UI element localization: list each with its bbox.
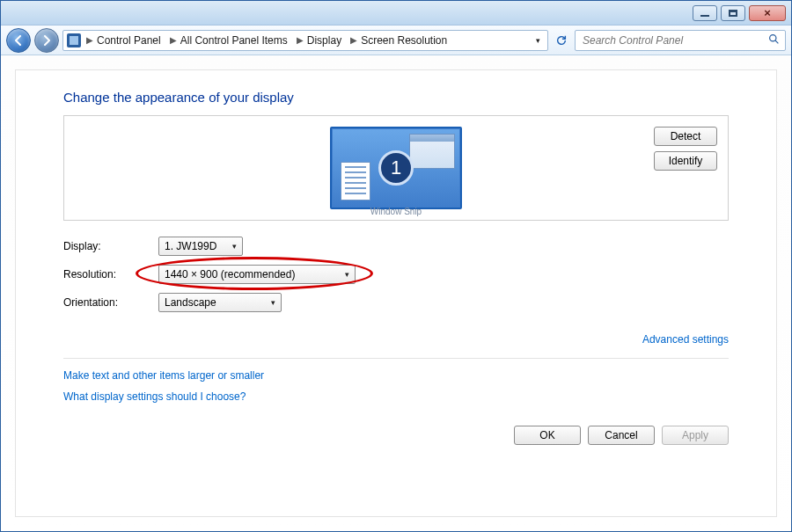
resolution-combo-value: 1440 × 900 (recommended) (165, 268, 295, 281)
breadcrumb-label: Display (307, 34, 341, 47)
apply-button[interactable]: Apply (662, 426, 729, 445)
window-close-button[interactable]: × (749, 5, 786, 21)
titlebar: × (1, 1, 791, 26)
dialog-buttons: OK Cancel Apply (63, 426, 729, 445)
breadcrumb-label: All Control Panel Items (180, 34, 288, 47)
chevron-right-icon: ▶ (297, 35, 304, 45)
identify-button[interactable]: Identify (654, 151, 717, 171)
address-history-dropdown[interactable]: ▾ (536, 36, 540, 45)
advanced-settings-link[interactable]: Advanced settings (642, 333, 729, 346)
chevron-right-icon: ▶ (86, 35, 93, 45)
svg-point-0 (770, 34, 776, 40)
ok-button[interactable]: OK (514, 426, 581, 445)
page-title: Change the appearance of your display (63, 90, 729, 105)
chevron-right-icon: ▶ (170, 35, 177, 45)
svg-line-1 (775, 40, 778, 43)
cancel-button[interactable]: Cancel (588, 426, 655, 445)
resolution-combo[interactable]: 1440 × 900 (recommended) ▾ (158, 265, 356, 284)
monitor-number-badge: 1 (378, 150, 414, 186)
breadcrumb-label: Screen Resolution (361, 34, 447, 47)
breadcrumb[interactable]: ▶ Screen Resolution (347, 34, 451, 47)
back-button[interactable] (6, 28, 31, 53)
watermark-text: Window Snip (370, 207, 422, 216)
control-panel-icon (67, 33, 81, 47)
resolution-label: Resolution: (63, 268, 148, 281)
orientation-combo[interactable]: Landscape ▾ (158, 293, 282, 312)
detect-button[interactable]: Detect (654, 127, 717, 146)
search-input[interactable] (581, 33, 768, 47)
breadcrumb[interactable]: ▶ Display (293, 34, 345, 47)
chevron-down-icon: ▾ (232, 242, 237, 251)
chevron-down-icon: ▾ (271, 298, 275, 307)
toolbar: ▶ Control Panel ▶ All Control Panel Item… (1, 26, 791, 55)
page-body: Change the appearance of your display 1 … (15, 69, 777, 517)
screen-resolution-window: × ▶ Control Panel ▶ All Control Panel It… (0, 0, 792, 532)
display-combo-value: 1. JW199D (165, 240, 216, 252)
orientation-label: Orientation: (63, 296, 148, 309)
display-combo[interactable]: 1. JW199D ▾ (158, 237, 243, 256)
forward-button[interactable] (34, 28, 59, 53)
address-bar[interactable]: ▶ Control Panel ▶ All Control Panel Item… (62, 30, 548, 51)
monitor-window-graphic (409, 134, 455, 169)
help-link[interactable]: What display settings should I choose? (63, 390, 729, 403)
search-box[interactable] (575, 30, 786, 51)
breadcrumb[interactable]: ▶ Control Panel (83, 34, 165, 47)
refresh-button[interactable] (552, 31, 571, 50)
orientation-combo-value: Landscape (165, 296, 216, 309)
settings-form: Display: 1. JW199D ▾ Resolution: 1440 × … (63, 237, 729, 312)
window-minimize-button[interactable] (693, 5, 717, 21)
window-maximize-button[interactable] (721, 5, 745, 21)
search-icon (768, 33, 780, 47)
larger-text-link[interactable]: Make text and other items larger or smal… (63, 369, 729, 382)
monitor-thumbnail[interactable]: 1 Window Snip (330, 127, 462, 209)
monitor-doc-graphic (341, 162, 370, 200)
chevron-right-icon: ▶ (350, 35, 357, 45)
display-preview: 1 Window Snip Detect Identify (63, 115, 729, 221)
display-label: Display: (63, 240, 148, 252)
breadcrumb-label: Control Panel (97, 34, 161, 47)
chevron-down-icon: ▾ (345, 270, 349, 279)
breadcrumb[interactable]: ▶ All Control Panel Items (166, 34, 291, 47)
content-area: Change the appearance of your display 1 … (1, 55, 791, 531)
